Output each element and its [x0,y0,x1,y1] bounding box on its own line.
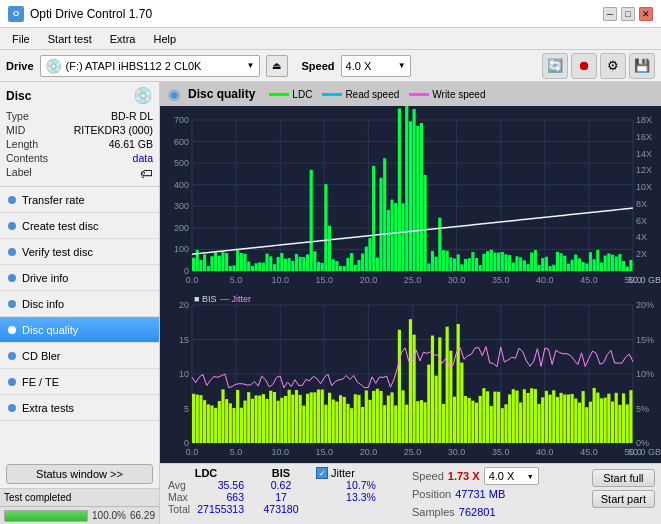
status-window-button[interactable]: Status window >> [6,464,153,484]
save-icon[interactable]: 💾 [629,53,655,79]
menu-bar: File Start test Extra Help [0,28,661,50]
speed-label: Speed [302,60,335,72]
position-label: Position [412,488,451,500]
disc-contents-label: Contents [6,152,48,164]
app-icon: O [8,6,24,22]
legend-ldc: LDC [269,89,312,100]
toolbar-icons: 🔄 ⏺ ⚙ 💾 [542,53,655,79]
disc-eject-icon[interactable]: 💿 [133,86,153,105]
sidebar-item-verify-test-disc[interactable]: Verify test disc [0,239,159,265]
nav-label-create-test-disc: Create test disc [22,220,98,232]
jitter-header-row: ✓ Jitter [316,467,406,479]
progress-row: 100.0% 66.29 [0,506,159,524]
bottom-chart [160,291,661,463]
disc-mid-value: RITEKDR3 (000) [74,124,153,136]
sidebar-item-disc-info[interactable]: Disc info [0,291,159,317]
ldc-max-value: 663 [226,491,244,503]
legend-write-speed: Write speed [409,89,485,100]
ldc-header: LDC [166,467,246,479]
legend-read-label: Read speed [345,89,399,100]
sidebar: Disc 💿 Type BD-R DL MID RITEKDR3 (000) L… [0,82,160,524]
top-chart [160,106,661,291]
drive-bar: Drive 💿 (F:) ATAPI iHBS112 2 CL0K ▼ ⏏ Sp… [0,50,661,82]
nav-label-drive-info: Drive info [22,272,68,284]
sidebar-item-drive-info[interactable]: Drive info [0,265,159,291]
disc-type-label: Type [6,110,29,122]
title-bar: O Opti Drive Control 1.70 ─ □ ✕ [0,0,661,28]
sidebar-item-disc-quality[interactable]: Disc quality [0,317,159,343]
ldc-avg-value: 35.56 [218,479,244,491]
speed-stat-select[interactable]: 4.0 X ▼ [484,467,539,485]
minimize-button[interactable]: ─ [603,7,617,21]
sidebar-item-transfer-rate[interactable]: Transfer rate [0,187,159,213]
progress-bar-container: Test completed [0,488,159,506]
nav-dot [8,196,16,204]
ldc-total-value: 27155313 [197,503,244,515]
ldc-avg-label: Avg [168,479,186,491]
nav-dot [8,378,16,386]
refresh-icon[interactable]: 🔄 [542,53,568,79]
progress-fill [5,511,87,521]
nav-menu: Transfer rate Create test disc Verify te… [0,187,159,421]
speed-value: 4.0 X [346,60,372,72]
speed-position-stats: Speed 1.73 X 4.0 X ▼ Position 47731 MB S… [406,467,592,521]
sidebar-item-create-test-disc[interactable]: Create test disc [0,213,159,239]
samples-row: Samples 762801 [412,503,592,521]
start-part-button[interactable]: Start part [592,490,655,508]
progress-bar [4,510,88,522]
jitter-stats: ✓ Jitter 10.7% 13.3% [316,467,406,503]
nav-label-cd-bler: CD Bler [22,350,61,362]
bis-max: 17 [246,491,316,503]
nav-dot [8,300,16,308]
maximize-button[interactable]: □ [621,7,635,21]
disc-contents-value: data [133,152,153,164]
drive-select[interactable]: 💿 (F:) ATAPI iHBS112 2 CL0K ▼ [40,55,260,77]
start-buttons: Start full Start part [592,467,655,508]
menu-help[interactable]: Help [145,31,184,47]
nav-dot [8,352,16,360]
speed-stat-select-value: 4.0 X [489,470,515,482]
nav-label-transfer-rate: Transfer rate [22,194,85,206]
progress-percent: 100.0% [92,510,126,521]
legend-write-color [409,93,429,96]
samples-label: Samples [412,506,455,518]
legend-read-color [322,93,342,96]
sidebar-item-fe-te[interactable]: FE / TE [0,369,159,395]
nav-label-fe-te: FE / TE [22,376,59,388]
record-icon[interactable]: ⏺ [571,53,597,79]
eject-button[interactable]: ⏏ [266,55,288,77]
chart-header: ◉ Disc quality LDC Read speed Write spee… [160,82,661,106]
jitter-avg: 10.7% [316,479,406,491]
chart-icon: ◉ [168,86,180,102]
disc-header: Disc 💿 [6,86,153,105]
jitter-checkbox[interactable]: ✓ [316,467,328,479]
disc-length-label: Length [6,138,38,150]
menu-file[interactable]: File [4,31,38,47]
disc-label-row: Label 🏷 [6,165,153,182]
disc-label-label: Label [6,166,32,181]
sidebar-item-cd-bler[interactable]: CD Bler [0,343,159,369]
disc-label-icon[interactable]: 🏷 [140,166,153,181]
position-row: Position 47731 MB [412,485,592,503]
start-full-button[interactable]: Start full [592,469,655,487]
disc-title: Disc [6,89,31,103]
speed-stat-value: 1.73 X [448,470,480,482]
drive-dropdown-arrow: ▼ [247,61,255,70]
menu-extra[interactable]: Extra [102,31,144,47]
bis-avg: 0.62 [246,479,316,491]
drive-disk-icon: 💿 [45,58,62,74]
position-value: 47731 MB [455,488,505,500]
stats-content: LDC Avg 35.56 Max 663 Total 27155313 [166,467,655,521]
disc-contents-row: Contents data [6,151,153,165]
title-controls[interactable]: ─ □ ✕ [603,7,653,21]
ldc-max-label: Max [168,491,188,503]
disc-type-value: BD-R DL [111,110,153,122]
bis-total: 473180 [246,503,316,515]
close-button[interactable]: ✕ [639,7,653,21]
main-layout: Disc 💿 Type BD-R DL MID RITEKDR3 (000) L… [0,82,661,524]
menu-start-test[interactable]: Start test [40,31,100,47]
nav-label-disc-info: Disc info [22,298,64,310]
speed-select[interactable]: 4.0 X ▼ [341,55,411,77]
settings-icon[interactable]: ⚙ [600,53,626,79]
sidebar-item-extra-tests[interactable]: Extra tests [0,395,159,421]
